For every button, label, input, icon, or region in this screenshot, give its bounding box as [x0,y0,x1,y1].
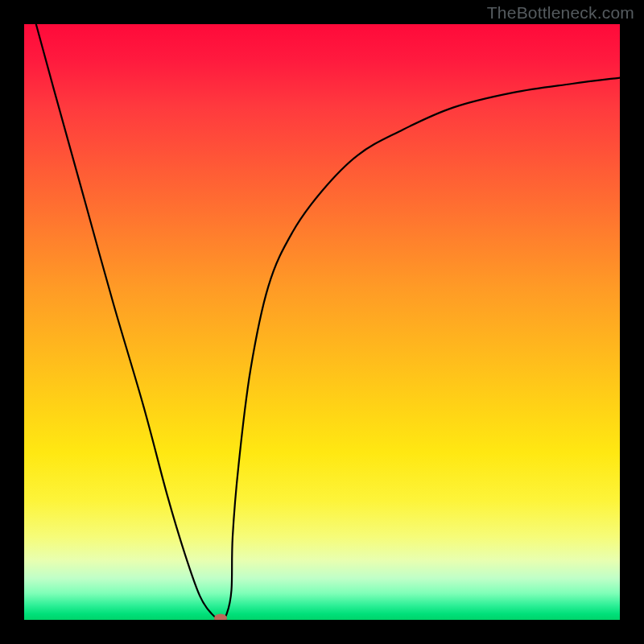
plot-area [24,24,620,620]
watermark-text: TheBottleneck.com [487,3,634,23]
bottleneck-curve [36,24,620,620]
curve-svg [24,24,620,620]
chart-frame: TheBottleneck.com [0,0,644,644]
min-marker [214,614,227,621]
